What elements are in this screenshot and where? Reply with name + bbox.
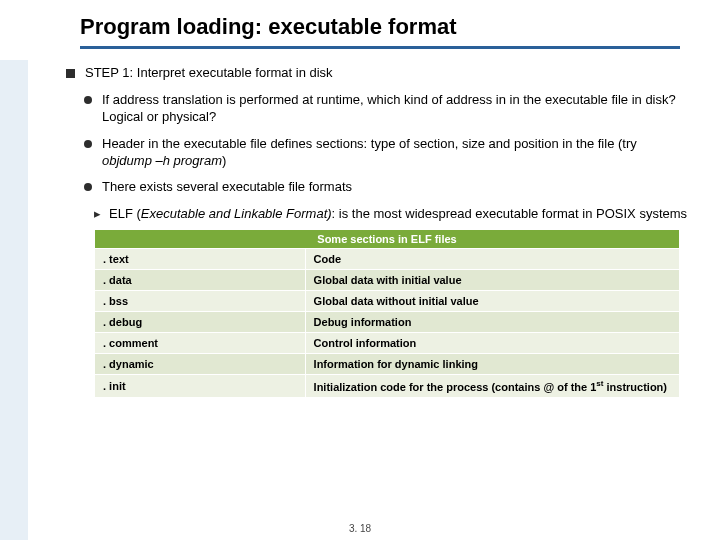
section-name: . comment xyxy=(95,333,306,354)
section-desc: Information for dynamic linking xyxy=(305,354,679,375)
bullet-address-translation: If address translation is performed at r… xyxy=(84,92,690,126)
section-desc: Code xyxy=(305,249,679,270)
section-name: . text xyxy=(95,249,306,270)
section-name: . dynamic xyxy=(95,354,306,375)
table-row: . init Initialization code for the proce… xyxy=(95,375,680,398)
elf-sections-table: Some sections in ELF files . text Code .… xyxy=(94,229,680,398)
section-desc: Global data without initial value xyxy=(305,291,679,312)
slide-number: 3. 18 xyxy=(0,523,720,534)
section-desc: Control information xyxy=(305,333,679,354)
section-desc: Initialization code for the process (con… xyxy=(305,375,679,398)
bullet-elf: ELF (Executable and Linkable Format): is… xyxy=(94,206,690,223)
section-name: . bss xyxy=(95,291,306,312)
step-1: STEP 1: Interpret executable format in d… xyxy=(66,65,690,82)
bullet-text: ELF (Executable and Linkable Format): is… xyxy=(109,206,687,223)
text: ELF ( xyxy=(109,206,141,221)
text: Initialization code for the process (con… xyxy=(314,381,597,393)
text: ) xyxy=(222,153,226,168)
text: instruction) xyxy=(603,381,667,393)
slide-title: Program loading: executable format xyxy=(80,14,680,49)
bullet-header-sections: Header in the executable file defines se… xyxy=(84,136,690,170)
section-desc: Global data with initial value xyxy=(305,270,679,291)
table-header: Some sections in ELF files xyxy=(95,230,680,249)
table-row: . text Code xyxy=(95,249,680,270)
slide: Program loading: executable format STEP … xyxy=(0,0,720,540)
table-row: . data Global data with initial value xyxy=(95,270,680,291)
table-row: . debug Debug information xyxy=(95,312,680,333)
text: : is the most widespread executable form… xyxy=(332,206,687,221)
bullet-text: Header in the executable file defines se… xyxy=(102,136,690,170)
objdump-command: objdump –h program xyxy=(102,153,222,168)
section-name: . debug xyxy=(95,312,306,333)
bullet-text: If address translation is performed at r… xyxy=(102,92,690,126)
section-name: . init xyxy=(95,375,306,398)
table-row: . comment Control information xyxy=(95,333,680,354)
text: Header in the executable file defines se… xyxy=(102,136,637,151)
table-row: . dynamic Information for dynamic linkin… xyxy=(95,354,680,375)
table-row: . bss Global data without initial value xyxy=(95,291,680,312)
bullet-text: There exists several executable file for… xyxy=(102,179,352,196)
bullet-formats: There exists several executable file for… xyxy=(84,179,690,196)
step-1-text: STEP 1: Interpret executable format in d… xyxy=(85,65,333,82)
section-desc: Debug information xyxy=(305,312,679,333)
section-name: . data xyxy=(95,270,306,291)
elf-expansion: Executable and Linkable Format) xyxy=(141,206,332,221)
